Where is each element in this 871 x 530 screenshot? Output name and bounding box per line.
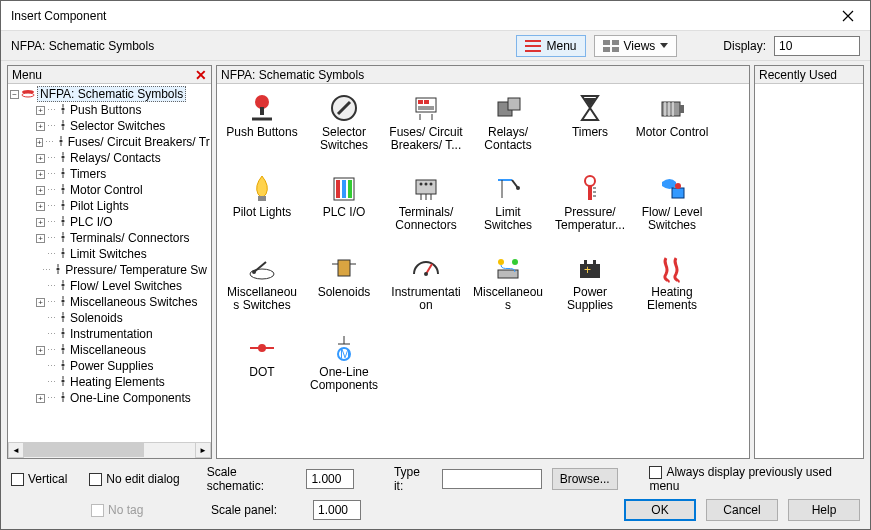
tree-expand-icon[interactable]: + <box>36 202 45 211</box>
tree-item-label: Power Supplies <box>70 359 153 373</box>
display-input[interactable] <box>774 36 860 56</box>
tree-hscrollbar[interactable]: ◄ ► <box>8 442 211 458</box>
symbol-tile[interactable]: Relays/ Contacts <box>469 90 547 166</box>
symbol-tile[interactable]: DOT <box>223 330 301 406</box>
symbol-tile[interactable]: +Power Supplies <box>551 250 629 326</box>
tree-item[interactable]: +⋯Miscellaneous Switches <box>36 294 211 310</box>
miscsw-icon <box>246 252 278 284</box>
tree-expand-icon[interactable]: + <box>36 346 45 355</box>
cancel-button[interactable]: Cancel <box>706 499 778 521</box>
menu-icon <box>525 40 541 52</box>
tree-item[interactable]: ⋯Heating Elements <box>36 374 211 390</box>
symbol-tile-label: Miscellaneous Switches <box>224 286 300 312</box>
push-button-icon <box>246 92 278 124</box>
symbol-tile[interactable]: Instrumentation <box>387 250 465 326</box>
tree-expand-icon[interactable]: + <box>36 170 45 179</box>
node-icon <box>58 199 68 213</box>
tree-item-label: Relays/ Contacts <box>70 151 161 165</box>
symbol-tile[interactable]: Selector Switches <box>305 90 383 166</box>
symbol-tile[interactable]: Fuses/ Circuit Breakers/ T... <box>387 90 465 166</box>
pressure-icon <box>574 172 606 204</box>
window-title: Insert Component <box>11 9 825 23</box>
symbol-tile-label: One-Line Components <box>306 366 382 392</box>
tree-item[interactable]: +⋯Miscellaneous <box>36 342 211 358</box>
scale-panel-input[interactable] <box>313 500 361 520</box>
symbol-tile[interactable]: Motor Control <box>633 90 711 166</box>
symbol-tile[interactable]: PLC I/O <box>305 170 383 246</box>
tree-item[interactable]: ⋯Instrumentation <box>36 326 211 342</box>
tree-expand-icon[interactable]: + <box>36 138 43 147</box>
svg-point-48 <box>61 315 64 318</box>
tree-item[interactable]: ⋯Solenoids <box>36 310 211 326</box>
svg-point-111 <box>252 270 256 274</box>
recently-used-list <box>755 84 863 458</box>
tree-item[interactable]: ⋯Flow/ Level Switches <box>36 278 211 294</box>
symbol-tile[interactable]: Pressure/ Temperatur... <box>551 170 629 246</box>
symbol-tile[interactable]: Push Buttons <box>223 90 301 166</box>
scroll-thumb[interactable] <box>24 443 144 457</box>
symbol-tile[interactable]: Solenoids <box>305 250 383 326</box>
symbol-tile[interactable]: Pilot Lights <box>223 170 301 246</box>
browse-button[interactable]: Browse... <box>552 468 618 490</box>
tree-item[interactable]: +⋯Fuses/ Circuit Breakers/ Tr <box>36 134 211 150</box>
symbol-tile[interactable]: Heating Elements <box>633 250 711 326</box>
close-button[interactable] <box>825 1 870 31</box>
symbol-tile[interactable]: Miscellaneous Switches <box>223 250 301 326</box>
symbol-tile-label: Motor Control <box>636 126 709 139</box>
svg-point-42 <box>61 283 64 286</box>
menu-button[interactable]: Menu <box>516 35 585 57</box>
tree-expand-icon[interactable]: + <box>36 154 45 163</box>
symbol-tile[interactable]: Terminals/ Connectors <box>387 170 465 246</box>
tree-item[interactable]: +⋯Timers <box>36 166 211 182</box>
body: Menu ✕ − NFPA: Schematic Symbols +⋯Push … <box>1 61 870 461</box>
svg-rect-86 <box>258 196 266 201</box>
panel-close-icon[interactable]: ✕ <box>195 67 207 83</box>
tree-root[interactable]: − NFPA: Schematic Symbols <box>10 86 211 102</box>
symbol-tile[interactable]: Timers <box>551 90 629 166</box>
tree-expand-icon[interactable]: + <box>36 218 45 227</box>
help-button[interactable]: Help <box>788 499 860 521</box>
always-display-checkbox[interactable]: Always display previously used menu <box>649 465 860 493</box>
tree-item[interactable]: ⋯Limit Switches <box>36 246 211 262</box>
tree-item[interactable]: +⋯Pilot Lights <box>36 198 211 214</box>
svg-text:+: + <box>584 263 591 277</box>
symbol-tile[interactable]: Miscellaneous <box>469 250 547 326</box>
tree-item[interactable]: +⋯Terminals/ Connectors <box>36 230 211 246</box>
svg-point-18 <box>61 155 64 158</box>
tree-item[interactable]: +⋯Motor Control <box>36 182 211 198</box>
tree-item[interactable]: +⋯Selector Switches <box>36 118 211 134</box>
tree-collapse-icon[interactable]: − <box>10 90 19 99</box>
selector-icon <box>328 92 360 124</box>
tree-item[interactable]: +⋯One-Line Components <box>36 390 211 406</box>
tree-expand-icon[interactable]: + <box>36 122 45 131</box>
type-it-input[interactable] <box>442 469 542 489</box>
tree-expand-icon[interactable]: + <box>36 234 45 243</box>
tree-item[interactable]: ⋯Power Supplies <box>36 358 211 374</box>
svg-rect-1 <box>525 45 541 47</box>
svg-point-118 <box>512 259 518 265</box>
node-icon <box>58 359 68 373</box>
node-icon <box>53 263 63 277</box>
tree-item[interactable]: ⋯Pressure/ Temperature Sw <box>36 262 211 278</box>
node-icon <box>58 343 68 357</box>
ok-button[interactable]: OK <box>624 499 696 521</box>
tree-expand-icon[interactable]: + <box>36 394 45 403</box>
scale-schematic-input[interactable] <box>306 469 354 489</box>
tree-expand-icon[interactable]: + <box>36 106 45 115</box>
symbol-tile[interactable]: MOne-Line Components <box>305 330 383 406</box>
views-button[interactable]: Views <box>594 35 678 57</box>
symbol-tile[interactable]: Flow/ Level Switches <box>633 170 711 246</box>
scroll-left-icon[interactable]: ◄ <box>8 442 24 458</box>
scroll-right-icon[interactable]: ► <box>195 442 211 458</box>
tree-expand-icon[interactable]: + <box>36 298 45 307</box>
tree-expand-icon[interactable]: + <box>36 186 45 195</box>
symbol-tile[interactable]: Limit Switches <box>469 170 547 246</box>
node-icon <box>58 295 68 309</box>
no-edit-checkbox[interactable]: No edit dialog <box>89 472 196 486</box>
menu-tree[interactable]: − NFPA: Schematic Symbols +⋯Push Buttons… <box>8 84 211 442</box>
vertical-checkbox[interactable]: Vertical <box>11 472 79 486</box>
tree-item[interactable]: +⋯PLC I/O <box>36 214 211 230</box>
tree-item[interactable]: +⋯Push Buttons <box>36 102 211 118</box>
node-icon <box>58 167 68 181</box>
tree-item[interactable]: +⋯Relays/ Contacts <box>36 150 211 166</box>
